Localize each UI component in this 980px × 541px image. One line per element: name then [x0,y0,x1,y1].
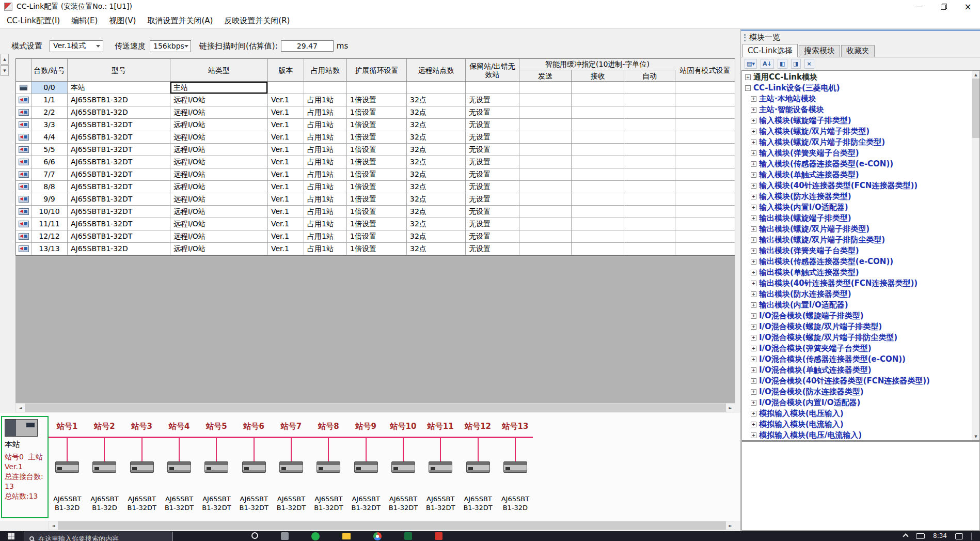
cell-buffer-auto[interactable] [624,230,675,243]
cell-station-type[interactable]: 远程I/O站 [170,243,268,255]
tree-item[interactable]: + I/O混合模块(螺旋端子排类型) [742,311,972,321]
menu-item[interactable]: CC-Link配置(I) [1,16,66,26]
scrollbar-thumb[interactable] [25,404,726,412]
tree-item[interactable]: + 输入模块(单触式连接器类型) [742,169,972,180]
split-right-icon[interactable]: ◨ [791,59,801,69]
cell-ext-cyclic[interactable]: 1倍设置 [347,181,407,193]
cell-remote-points[interactable]: 32点 [407,181,466,193]
cell-station-mode[interactable] [675,206,735,218]
expand-icon[interactable]: + [751,150,756,156]
touch-keyboard-icon[interactable] [916,533,925,539]
cell-station-type[interactable]: 远程I/O站 [170,181,268,193]
tree-item[interactable]: + I/O混合模块(40针连接器类型(FCN连接器类型)) [742,376,972,387]
cell-model[interactable]: 本站 [68,82,170,94]
tree-item[interactable]: + 输出模块(内置I/O适配器) [742,300,972,311]
cell-station-icon[interactable] [16,82,31,94]
cell-station-icon[interactable] [16,94,31,106]
cell-occupied[interactable] [304,82,347,94]
expand-icon[interactable]: + [751,172,756,178]
start-button[interactable] [0,531,22,541]
menu-item[interactable]: 编辑(E) [66,16,103,26]
cell-buffer-recv[interactable] [572,156,624,168]
cell-station-mode[interactable] [675,218,735,230]
cell-version[interactable] [268,82,304,94]
station-node[interactable]: 站号1 AJ65SBT B1-32D [49,413,86,521]
tree-item[interactable]: + 输出模块(螺旋/双片端子排类型) [742,224,972,235]
expand-icon[interactable]: + [751,313,756,319]
cell-station-mode[interactable] [675,131,735,144]
cell-buffer-auto[interactable] [624,206,675,218]
cell-station-icon[interactable] [16,218,31,230]
cell-reserved[interactable]: 无设置 [466,206,519,218]
cell-ext-cyclic[interactable]: 1倍设置 [347,106,407,119]
show-desktop-button[interactable] [971,533,972,540]
expand-icon[interactable]: + [751,194,756,199]
station-node[interactable]: 站号6 AJ65SBT B1-32DT [235,413,273,521]
tree-item[interactable]: − CC-Link设备(三菱电机) [742,83,972,94]
sort-az-icon[interactable]: A↓ [761,59,774,69]
cell-occupied[interactable]: 占用1站 [304,181,347,193]
cell-version[interactable]: Ver.1 [268,106,304,119]
cell-ext-cyclic[interactable]: 1倍设置 [347,94,407,106]
file-explorer-icon[interactable] [342,533,351,539]
tree-item[interactable]: + 输入模块(传感器连接器类型(e-CON)) [742,159,972,169]
expand-icon[interactable]: + [751,259,756,265]
cell-version[interactable]: Ver.1 [268,94,304,106]
cell-buffer-recv[interactable] [572,230,624,243]
cell-occupied[interactable]: 占用1站 [304,144,347,156]
expand-icon[interactable]: + [751,215,756,221]
cell-station-type-selected[interactable]: 主站 [170,82,268,94]
table-horizontal-scrollbar[interactable] [15,403,735,412]
cell-reserved[interactable]: 无设置 [466,131,519,144]
cell-remote-points[interactable]: 32点 [407,243,466,255]
cell-station-no[interactable]: 8/8 [31,181,68,193]
cell-reserved[interactable]: 无设置 [466,119,519,131]
tree-item[interactable]: + 模拟输入模块(电压输入) [742,408,972,419]
cell-station-no[interactable]: 2/2 [31,106,68,119]
cell-buffer-recv[interactable] [572,131,624,144]
taskbar-app-icon-6[interactable] [404,532,412,540]
cell-reserved[interactable]: 无设置 [466,181,519,193]
display-filter-icon[interactable]: ▤▾ [745,59,757,69]
speed-select[interactable]: 156kbps [150,40,191,52]
scroll-up-icon[interactable] [972,71,979,79]
cell-buffer-auto[interactable] [624,94,675,106]
cell-ext-cyclic[interactable]: 1倍设置 [347,206,407,218]
cell-station-no[interactable]: 0/0 [31,82,68,94]
tree-item[interactable]: + 模拟输入模块(电压/电流输入) [742,430,972,440]
cell-occupied[interactable]: 占用1站 [304,119,347,131]
cell-reserved[interactable]: 无设置 [466,94,519,106]
cell-version[interactable]: Ver.1 [268,243,304,255]
cell-ext-cyclic[interactable]: 1倍设置 [347,156,407,168]
cell-station-no[interactable]: 7/7 [31,168,68,181]
module-panel-tab[interactable]: 收藏夹 [841,45,875,57]
cell-station-icon[interactable] [16,181,31,193]
module-panel-tab[interactable]: 搜索模块 [799,45,840,57]
cell-station-mode[interactable] [675,168,735,181]
cell-occupied[interactable]: 占用1站 [304,94,347,106]
station-node[interactable]: 站号4 AJ65SBT B1-32DT [161,413,198,521]
cell-buffer-send[interactable] [519,168,572,181]
cell-remote-points[interactable]: 32点 [407,230,466,243]
cell-buffer-send[interactable] [519,230,572,243]
cell-reserved[interactable]: 无设置 [466,230,519,243]
cell-station-icon[interactable] [16,168,31,181]
cell-station-icon[interactable] [16,106,31,119]
expand-icon[interactable]: + [745,74,751,80]
cell-occupied[interactable]: 占用1站 [304,168,347,181]
cell-model[interactable]: AJ65SBTB1-32D [68,106,170,119]
expand-icon[interactable]: + [751,205,756,210]
cell-buffer-recv[interactable] [572,181,624,193]
minimize-button[interactable] [907,0,931,13]
cell-remote-points[interactable]: 32点 [407,144,466,156]
cell-buffer-recv[interactable] [572,218,624,230]
cell-station-type[interactable]: 远程I/O站 [170,206,268,218]
tree-item[interactable]: + 输出模块(单触式连接器类型) [742,267,972,278]
cell-buffer-send[interactable] [519,156,572,168]
tree-scrollbar[interactable] [972,71,979,440]
scrollbar-thumb[interactable] [972,79,979,138]
scroll-right-icon[interactable] [726,404,735,412]
tree-item[interactable]: + 输入模块(防水连接器类型) [742,191,972,202]
cell-ext-cyclic[interactable]: 1倍设置 [347,230,407,243]
cell-station-type[interactable]: 远程I/O站 [170,144,268,156]
